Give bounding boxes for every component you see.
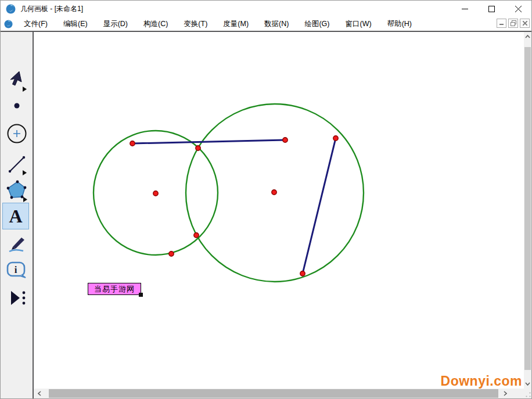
app-logo-icon xyxy=(6,4,16,14)
flyout-arrow-icon[interactable] xyxy=(23,197,27,202)
chevron-up-icon xyxy=(525,35,530,38)
vertical-scroll-thumb[interactable] xyxy=(524,47,531,370)
vertical-scrollbar[interactable] xyxy=(524,32,531,389)
chevron-left-icon xyxy=(38,391,41,396)
construction-segment[interactable] xyxy=(303,138,336,274)
construction-point[interactable] xyxy=(169,251,174,256)
menu-window[interactable]: 窗口(W) xyxy=(340,17,377,31)
construction-point[interactable] xyxy=(283,138,287,142)
chevron-down-icon xyxy=(525,382,530,386)
menu-transform[interactable]: 变换(T) xyxy=(178,17,213,31)
point-tool[interactable] xyxy=(1,99,33,112)
mdi-minimize-button[interactable] xyxy=(497,19,506,28)
construction-point[interactable] xyxy=(130,141,135,146)
polygon-tool[interactable] xyxy=(1,177,33,204)
caption-text: 当易手游网 xyxy=(94,284,135,294)
minimize-button[interactable] xyxy=(451,1,478,17)
segment-tool[interactable] xyxy=(1,152,33,177)
selection-arrow-tool[interactable] xyxy=(1,68,33,95)
info-tool-icon: i xyxy=(5,261,28,281)
drawing-canvas[interactable]: 当易手游网 Downyi.com xyxy=(35,32,524,389)
scroll-down-button[interactable] xyxy=(524,379,531,389)
menu-measure[interactable]: 度量(M) xyxy=(218,17,254,31)
custom-tool[interactable] xyxy=(1,287,33,308)
maximize-button[interactable] xyxy=(478,1,505,17)
mdi-restore-button[interactable] xyxy=(508,19,518,28)
circle-tool[interactable] xyxy=(1,122,33,145)
document-logo-icon xyxy=(4,20,13,28)
scroll-right-button[interactable] xyxy=(499,389,511,398)
custom-tool-icon xyxy=(7,289,27,307)
geometry-layer xyxy=(35,32,524,389)
titlebar: 几何画板 - [未命名1] xyxy=(1,1,531,17)
marker-tool[interactable] xyxy=(1,233,33,255)
scroll-up-button[interactable] xyxy=(524,32,531,41)
mdi-close-button[interactable] xyxy=(520,19,530,28)
construction-point[interactable] xyxy=(272,190,276,195)
resize-grip[interactable] xyxy=(524,389,531,398)
menu-graph[interactable]: 绘图(G) xyxy=(299,17,335,31)
compass-circle-icon xyxy=(6,123,28,145)
marker-tool-icon xyxy=(6,234,28,254)
construction-point[interactable] xyxy=(333,136,338,141)
window-title: 几何画板 - [未命名1] xyxy=(20,4,83,14)
chevron-right-icon xyxy=(504,391,507,396)
caption-label[interactable]: 当易手游网 xyxy=(88,283,141,295)
text-tool-icon: A xyxy=(9,207,22,225)
horizontal-scroll-thumb[interactable] xyxy=(49,389,498,398)
menu-construct[interactable]: 构造(C) xyxy=(138,17,173,31)
flyout-arrow-icon[interactable] xyxy=(22,87,27,92)
close-button[interactable] xyxy=(505,1,531,17)
construction-point[interactable] xyxy=(153,191,158,196)
point-tool-icon xyxy=(13,102,20,109)
construction-segment[interactable] xyxy=(132,140,285,143)
scroll-left-button[interactable] xyxy=(34,389,45,398)
menu-help[interactable]: 帮助(H) xyxy=(382,17,417,31)
menu-file[interactable]: 文件(F) xyxy=(19,17,53,31)
text-tool[interactable]: A xyxy=(2,203,29,229)
sketchpad-window: 几何画板 - [未命名1] 文件(F) 编辑(E) 显示(D) 构造(C) 变换… xyxy=(0,0,532,399)
horizontal-scrollbar[interactable] xyxy=(34,389,524,398)
watermark-text: Downyi.com xyxy=(441,373,522,389)
menu-edit[interactable]: 编辑(E) xyxy=(58,17,93,31)
info-tool[interactable]: i xyxy=(1,260,33,282)
menubar: 文件(F) 编辑(E) 显示(D) 构造(C) 变换(T) 度量(M) 数据(N… xyxy=(1,17,531,32)
construction-point[interactable] xyxy=(194,233,199,238)
grip-dots-icon xyxy=(526,392,531,397)
menu-data[interactable]: 数据(N) xyxy=(259,17,294,31)
menu-display[interactable]: 显示(D) xyxy=(98,17,133,31)
construction-point[interactable] xyxy=(196,146,200,150)
construction-point[interactable] xyxy=(300,271,305,276)
selection-handle[interactable] xyxy=(139,293,143,297)
menu-items: 文件(F) 编辑(E) 显示(D) 构造(C) 变换(T) 度量(M) 数据(N… xyxy=(19,17,422,31)
svg-text:i: i xyxy=(14,264,17,275)
flyout-arrow-icon[interactable] xyxy=(22,170,27,175)
tool-palette: A i xyxy=(1,32,34,398)
